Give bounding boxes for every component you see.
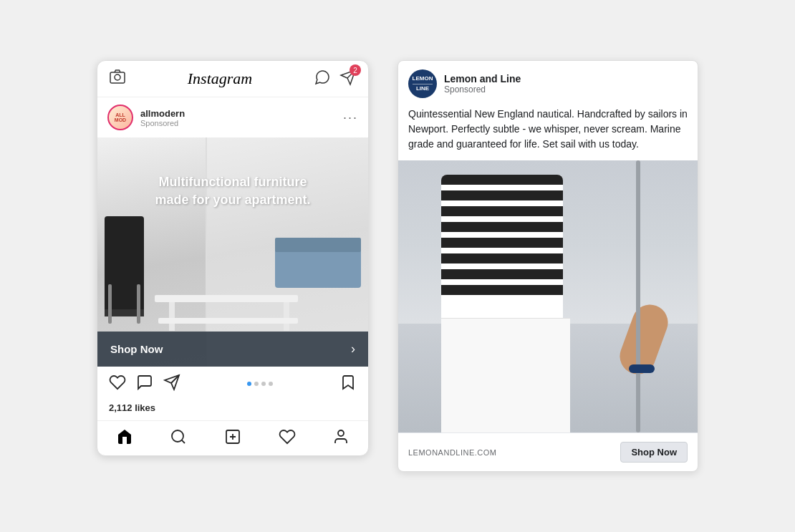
dot-2 bbox=[254, 382, 259, 386]
bookmark-icon[interactable] bbox=[339, 374, 357, 394]
sponsored-label: Sponsored bbox=[140, 119, 185, 127]
ig-actions-bar bbox=[97, 367, 368, 401]
image-headline: Multifunctional furniture made for your … bbox=[97, 173, 368, 209]
ig-post-header: allmod allmodern Sponsored ··· bbox=[97, 97, 368, 137]
shop-now-arrow: › bbox=[351, 342, 355, 357]
ig-logo: Instagram bbox=[188, 69, 252, 88]
nav-add-icon[interactable] bbox=[224, 428, 241, 450]
avatar[interactable]: allmod bbox=[107, 105, 133, 130]
fb-page-info: Lemon and Line Sponsored bbox=[444, 73, 521, 95]
carousel-dots bbox=[247, 382, 273, 386]
ig-bottom-nav bbox=[97, 420, 368, 455]
facebook-ad: LEMON LINE Lemon and Line Sponsored Quin… bbox=[398, 60, 698, 472]
more-options-button[interactable]: ··· bbox=[343, 110, 358, 125]
share-icon[interactable] bbox=[163, 374, 180, 394]
ig-header: Instagram 2 bbox=[97, 61, 368, 97]
instagram-phone: Instagram 2 bbox=[97, 60, 369, 456]
svg-line-7 bbox=[182, 440, 185, 443]
dot-4 bbox=[269, 382, 273, 386]
likes-count: 2,112 likes bbox=[97, 401, 368, 420]
shop-now-bar[interactable]: Shop Now › bbox=[97, 332, 368, 367]
nav-profile-icon[interactable] bbox=[332, 428, 350, 450]
dot-1 bbox=[247, 382, 251, 386]
notifications-icon[interactable]: 2 bbox=[339, 69, 357, 89]
ig-header-icons: 2 bbox=[314, 69, 357, 89]
svg-point-1 bbox=[115, 74, 120, 80]
username: allmodern bbox=[140, 108, 185, 119]
fb-shop-now-button[interactable]: Shop Now bbox=[620, 442, 688, 463]
heart-icon[interactable] bbox=[109, 374, 126, 394]
fb-avatar: LEMON LINE bbox=[408, 69, 437, 98]
ig-left-actions bbox=[109, 374, 180, 394]
fb-page-name: Lemon and Line bbox=[444, 73, 521, 84]
fb-bottom-bar: LEMONANDLINE.COM Shop Now bbox=[398, 432, 698, 471]
fb-ad-image bbox=[398, 160, 698, 432]
nav-home-icon[interactable] bbox=[116, 428, 133, 450]
svg-point-11 bbox=[338, 430, 344, 436]
fb-description: Quintessential New England nautical. Han… bbox=[398, 107, 698, 160]
shop-now-label: Shop Now bbox=[110, 343, 163, 355]
fb-website-url: LEMONANDLINE.COM bbox=[408, 448, 497, 457]
page-container: Instagram 2 bbox=[82, 46, 713, 486]
dot-3 bbox=[261, 382, 266, 386]
svg-point-6 bbox=[172, 430, 183, 442]
nav-search-icon[interactable] bbox=[170, 428, 187, 450]
post-info: allmodern Sponsored bbox=[140, 108, 185, 127]
post-image: Multifunctional furniture made for your … bbox=[97, 137, 368, 367]
fb-header: LEMON LINE Lemon and Line Sponsored bbox=[398, 61, 698, 107]
notification-badge: 2 bbox=[350, 64, 361, 76]
messenger-icon[interactable] bbox=[314, 69, 331, 89]
fb-sponsored-label: Sponsored bbox=[444, 84, 521, 95]
camera-icon[interactable] bbox=[109, 68, 126, 90]
comment-icon[interactable] bbox=[136, 374, 153, 394]
nav-heart-icon[interactable] bbox=[279, 428, 296, 450]
